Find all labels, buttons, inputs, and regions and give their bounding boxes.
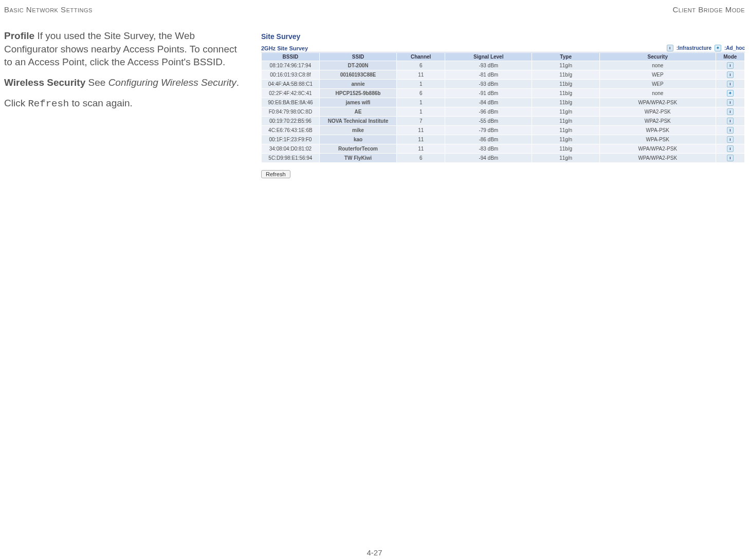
bssid-cell[interactable]: 04:4F:AA:5B:88:C1 <box>262 80 320 89</box>
mode-cell: i <box>716 144 744 154</box>
ssid-cell: james wifi <box>319 98 396 107</box>
infrastructure-icon: i <box>727 108 734 115</box>
infrastructure-icon: i <box>667 45 673 51</box>
col-signal: Signal Level <box>445 53 532 61</box>
type-cell: 11g/n <box>532 61 600 70</box>
security-cell: none <box>599 61 716 70</box>
channel-cell: 6 <box>397 61 445 70</box>
mode-cell: i <box>716 61 744 70</box>
channel-cell: 11 <box>397 126 445 135</box>
table-row: F0:84:79:98:0C:8DAE1-96 dBm11g/nWPA2-PSK… <box>262 107 745 117</box>
signal-cell: -94 dBm <box>445 154 532 163</box>
bssid-cell[interactable]: 00:19:70:22:B5:96 <box>262 117 320 126</box>
profile-label: Profile <box>4 30 34 41</box>
type-cell: 11g/n <box>532 107 600 117</box>
wireless-security-label: Wireless Security <box>4 77 85 88</box>
table-row: 00:1F:1F:23:F9:F0kao11-86 dBm11g/nWPA-PS… <box>262 135 745 144</box>
security-cell: WPA2-PSK <box>599 117 716 126</box>
channel-cell: 11 <box>397 135 445 144</box>
wireless-security-link: Configuring Wireless Security <box>108 77 236 88</box>
signal-cell: -93 dBm <box>445 61 532 70</box>
adhoc-icon: ✦ <box>727 90 734 97</box>
bssid-cell[interactable]: 00:1F:1F:23:F9:F0 <box>262 135 320 144</box>
security-cell: WPA-PSK <box>599 135 716 144</box>
signal-cell: -96 dBm <box>445 107 532 117</box>
table-row: 00:16:01:93:C8:8f00160193C88E11-81 dBm11… <box>262 70 745 80</box>
page-number: 4-27 <box>4 548 745 557</box>
col-mode: Mode <box>716 53 744 61</box>
mode-cell: i <box>716 154 744 163</box>
bssid-cell[interactable]: 5C:D9:98:E1:56:94 <box>262 154 320 163</box>
col-channel: Channel <box>397 53 445 61</box>
ssid-cell: HPCP1525-9b886b <box>319 89 396 98</box>
col-security: Security <box>599 53 716 61</box>
mode-cell: i <box>716 80 744 89</box>
col-ssid: SSID <box>319 53 396 61</box>
ssid-cell: AE <box>319 107 396 117</box>
table-row: 04:4F:AA:5B:88:C1annie1-93 dBm11b/gWEPi <box>262 80 745 89</box>
infrastructure-icon: i <box>727 81 734 87</box>
table-row: 4C:E6:76:43:1E:6Bmike11-79 dBm11g/nWPA-P… <box>262 126 745 135</box>
site-survey-table: BSSID SSID Channel Signal Level Type Sec… <box>261 52 745 163</box>
channel-cell: 1 <box>397 98 445 107</box>
bssid-cell[interactable]: 90:E6:BA:BE:8A:46 <box>262 98 320 107</box>
signal-cell: -86 dBm <box>445 135 532 144</box>
header-right: Client Bridge Mode <box>672 5 745 14</box>
infrastructure-icon: i <box>727 127 734 134</box>
refresh-literal: Refresh <box>28 98 69 109</box>
signal-cell: -55 dBm <box>445 117 532 126</box>
table-row: 5C:D9:98:E1:56:94TW FlyKiwi6-94 dBm11g/n… <box>262 154 745 163</box>
signal-cell: -84 dBm <box>445 98 532 107</box>
col-type: Type <box>532 53 600 61</box>
refresh-button[interactable]: Refresh <box>261 170 290 178</box>
table-row: 90:E6:BA:BE:8A:46james wifi1-84 dBm11b/g… <box>262 98 745 107</box>
signal-cell: -83 dBm <box>445 144 532 154</box>
site-survey-subtitle: 2GHz Site Survey <box>261 45 308 51</box>
mode-cell: ✦ <box>716 89 744 98</box>
table-row: 00:19:70:22:B5:96NOVA Technical Institut… <box>262 117 745 126</box>
col-bssid: BSSID <box>262 53 320 61</box>
bssid-cell[interactable]: F0:84:79:98:0C:8D <box>262 107 320 117</box>
security-cell: WPA/WPA2-PSK <box>599 144 716 154</box>
site-survey-panel: Site Survey 2GHz Site Survey i:Infrastru… <box>261 29 745 178</box>
signal-cell: -79 dBm <box>445 126 532 135</box>
infrastructure-icon: i <box>727 155 734 161</box>
ssid-cell: DT-200N <box>319 61 396 70</box>
infrastructure-icon: i <box>727 145 734 152</box>
bssid-cell[interactable]: 08:10:74:96:17:94 <box>262 61 320 70</box>
infrastructure-icon: i <box>727 99 734 106</box>
type-cell: 11g/n <box>532 135 600 144</box>
bssid-cell[interactable]: 02:2F:4F:42:8C:41 <box>262 89 320 98</box>
security-cell: WPA-PSK <box>599 126 716 135</box>
bssid-cell[interactable]: 00:16:01:93:C8:8f <box>262 70 320 80</box>
mode-cell: i <box>716 98 744 107</box>
table-row: 08:10:74:96:17:94DT-200N6-93 dBm11g/nnon… <box>262 61 745 70</box>
bssid-cell[interactable]: 4C:E6:76:43:1E:6B <box>262 126 320 135</box>
channel-cell: 6 <box>397 154 445 163</box>
ssid-cell: mike <box>319 126 396 135</box>
adhoc-icon: ✦ <box>715 45 721 51</box>
infrastructure-icon: i <box>727 71 734 78</box>
type-cell: 11g/n <box>532 126 600 135</box>
profile-text: If you used the Site Survey, the Web Con… <box>4 30 237 67</box>
table-row: 02:2F:4F:42:8C:41HPCP1525-9b886b6-91 dBm… <box>262 89 745 98</box>
security-cell: WPA2-PSK <box>599 107 716 117</box>
security-cell: WEP <box>599 70 716 80</box>
ssid-cell: NOVA Technical Institute <box>319 117 396 126</box>
mode-cell: i <box>716 117 744 126</box>
signal-cell: -91 dBm <box>445 89 532 98</box>
mode-legend: i:Infrastructure ✦:Ad_hoc <box>667 45 745 51</box>
channel-cell: 11 <box>397 144 445 154</box>
channel-cell: 1 <box>397 80 445 89</box>
mode-cell: i <box>716 126 744 135</box>
security-cell: WEP <box>599 80 716 89</box>
type-cell: 11b/g <box>532 70 600 80</box>
site-survey-title: Site Survey <box>261 32 745 41</box>
infrastructure-icon: i <box>727 118 734 124</box>
bssid-cell[interactable]: 34:08:04:D0:81:02 <box>262 144 320 154</box>
infrastructure-icon: i <box>727 136 734 143</box>
mode-cell: i <box>716 70 744 80</box>
security-cell: WPA/WPA2-PSK <box>599 98 716 107</box>
channel-cell: 7 <box>397 117 445 126</box>
security-cell: none <box>599 89 716 98</box>
